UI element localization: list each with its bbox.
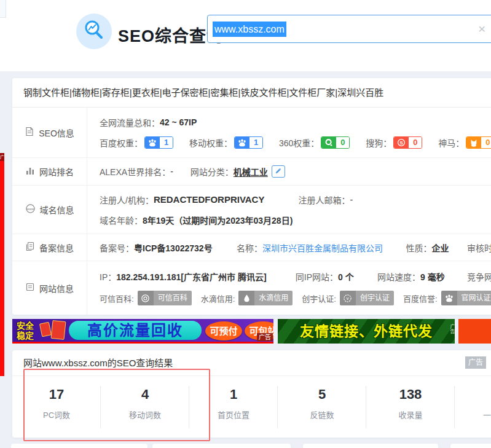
same-ip-value: 0 个 (338, 270, 354, 283)
trust-baike-text: 可信百科 (154, 291, 192, 305)
icp-nature-label: 性质： (406, 242, 432, 254)
stat-mobile-words[interactable]: 4 移动词数 (101, 376, 189, 437)
ad-label: 广告 (449, 324, 454, 334)
stat-home-position[interactable]: 1 首页位置 (189, 376, 278, 437)
row-label-text: 网站排名 (39, 165, 74, 178)
category-value[interactable]: 机械工业 (234, 165, 268, 178)
ad-label: 广告 (257, 333, 273, 341)
row-label-text: 域名信息 (40, 203, 74, 216)
mobile-weight-badge[interactable]: 1 (234, 136, 263, 149)
row-label-domain: www 域名信息 (12, 186, 87, 234)
site-speed-value: 9 毫秒 (420, 270, 445, 283)
alexa-label: ALEXA世界排名： (100, 165, 170, 178)
trust-baike-badge[interactable]: 可信百科 (138, 291, 192, 305)
friend-links-ad-banner[interactable]: 友情链接、外链代发 广告 (278, 319, 455, 344)
baidu-paw-icon (441, 291, 457, 305)
banner-tag-bottom: 稳定 (17, 331, 34, 340)
category-label: 网站分类： (191, 165, 234, 178)
registrant-label: 注册人/机构： (100, 194, 154, 206)
360-weight-value: 0 (336, 137, 349, 148)
baidu-weight-value: 1 (160, 137, 173, 148)
clear-icon[interactable]: × (478, 21, 485, 37)
stat-value: 1 (189, 387, 278, 403)
row-site-rank: 网站排名 ALEXA世界排名： - 网站分类： 机械工业 (12, 158, 491, 186)
banner-tag-top: 安全 (17, 321, 34, 331)
shenma-weight-value: 0 (481, 137, 491, 148)
icp-number-label: 备案号： (100, 242, 134, 254)
trust-knownsec-label: 创宇认证: (302, 293, 336, 304)
copy-document-icon (25, 242, 35, 253)
360-weight-label: 360权重： (279, 136, 319, 149)
row-label-rank: 网站排名 (12, 158, 87, 185)
domain-age-label: 域名年龄： (100, 214, 143, 226)
banner-links-text: 友情链接、外链代发 (278, 319, 455, 344)
left-side-ad-strip[interactable]: 广 (0, 153, 4, 376)
svg-text:S: S (400, 140, 403, 146)
side-ad-banner-cut[interactable] (458, 319, 491, 344)
magnifier-trend-icon (83, 19, 105, 44)
baidu-paw-icon (235, 137, 249, 148)
ip-label: IP： (100, 270, 116, 283)
edit-category-button[interactable] (272, 165, 285, 178)
document-lines-icon (25, 282, 35, 294)
stat-indexed[interactable]: 138 收录量 (366, 376, 455, 437)
shenma-weight-label: 神马： (438, 136, 464, 149)
bottom-card (11, 444, 147, 448)
bar-chart-icon (25, 166, 35, 178)
icp-nature-value: 企业 (432, 242, 449, 254)
svg-text:v: v (347, 296, 349, 301)
pencil-icon (275, 167, 282, 176)
row-label-icp: 备案信息 (12, 234, 87, 261)
stat-backlinks[interactable]: 5 反链数 (278, 376, 366, 437)
row-label-text: 网站信息 (39, 282, 74, 294)
trust-baidu-text: 官网认证 (457, 291, 491, 305)
ad-label: 广 (0, 153, 4, 161)
stat-value: 5 (278, 387, 366, 403)
globe-www-icon: www (25, 203, 36, 216)
registrant-email-label: 注册人邮箱： (298, 194, 350, 206)
row-label-text: SEO信息 (39, 127, 74, 139)
icp-audit-label: 审核时间： (467, 242, 491, 254)
banner-main-text: 高价流量回收 (69, 321, 202, 340)
trust-baike-label: 可信百科: (100, 293, 134, 304)
trust-knownsec-text: 创宇认证 (356, 291, 394, 305)
mobile-weight-value: 1 (249, 137, 262, 148)
stat-one-day-indexed[interactable]: 一天收录 (455, 376, 491, 437)
competition-label: 竞争网站： (467, 270, 491, 283)
traffic-value: 42 ~ 67IP (160, 117, 197, 127)
site-title: 钢制文件柜|储物柜|寄存柜|更衣柜|电子保密柜|密集柜|铁皮文件柜|文件柜厂家|… (12, 78, 491, 108)
stat-label: 移动词数 (101, 409, 189, 420)
row-seo-info: SEO信息 全网流量总和： 42 ~ 67IP 百度权重： 1 (12, 108, 491, 158)
search-input-selected-text[interactable]: www.xbssz.com (213, 22, 286, 37)
knownsec-v-icon: v (340, 291, 356, 305)
row-label-seo: SEO信息 (12, 108, 87, 157)
registrant-value: REDACTEDFORPRIVACY (154, 194, 265, 205)
stat-label: PC词数 (12, 409, 101, 420)
trust-baidu-badge[interactable]: 官网认证 (441, 291, 491, 305)
sogou-s-icon: S (394, 137, 409, 148)
trust-knownsec-badge[interactable]: v 创宇认证 (340, 291, 394, 305)
360-weight-badge[interactable]: 0 (321, 136, 350, 149)
baidu-weight-badge[interactable]: 1 (144, 136, 173, 149)
stat-label: 一天收录 (455, 409, 491, 420)
banner-pill-prepay: 可预付 (205, 321, 242, 340)
search-input[interactable]: www.xbssz.com × (207, 15, 491, 43)
alexa-value: - (170, 167, 173, 176)
same-ip-label: 同IP网站： (296, 270, 338, 283)
trust-waterdrop-text: 水滴信用 (254, 291, 293, 305)
sogou-weight-badge[interactable]: S 0 (393, 136, 422, 149)
traffic-recycle-ad-banner[interactable]: 安全 稳定 高价流量回收 可预付 可包站 广告 (12, 319, 273, 344)
domain-age-value: 8年19天（过期时间为2023年03月28日) (143, 214, 293, 226)
stats-row: 17 PC词数 4 移动词数 1 首页位置 5 反链数 138 收录量 一天收录 (12, 376, 491, 437)
stat-value: 17 (12, 387, 101, 403)
bottom-card (303, 444, 438, 448)
company-link[interactable]: 深圳市兴百胜金属制品有限公司 (262, 242, 383, 254)
sogou-weight-label: 搜狗： (366, 136, 391, 149)
shenma-cat-icon (466, 137, 481, 148)
site-info-card: 钢制文件柜|储物柜|寄存柜|更衣柜|电子保密柜|密集柜|铁皮文件柜|文件柜厂家|… (12, 78, 491, 315)
stat-pc-words[interactable]: 17 PC词数 (12, 376, 101, 437)
shenma-weight-badge[interactable]: 0 (466, 136, 491, 149)
icp-number-value: 粤ICP备13022732号 (134, 242, 213, 254)
stat-value (455, 387, 491, 403)
trust-waterdrop-badge[interactable]: 水滴信用 (238, 291, 293, 305)
